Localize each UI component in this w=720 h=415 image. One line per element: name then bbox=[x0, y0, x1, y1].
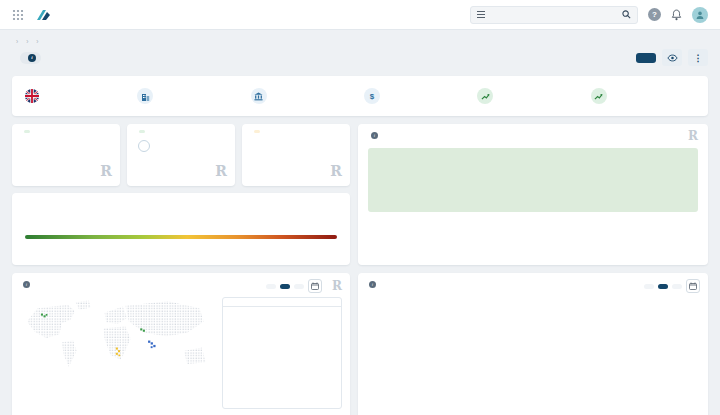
info-stock-price-today: $ bbox=[360, 88, 473, 104]
uk-flag-icon bbox=[24, 88, 40, 104]
bank-icon bbox=[251, 88, 267, 104]
peak-rri-card: R bbox=[242, 124, 350, 186]
company-id-badge[interactable]: i bbox=[20, 52, 41, 64]
kebab-icon: ⋮ bbox=[694, 53, 703, 63]
main-nav bbox=[79, 0, 133, 30]
reprisk-r-watermark-icon: R bbox=[688, 130, 698, 142]
bottom-row: i R bbox=[12, 273, 708, 415]
search-filter-icon[interactable] bbox=[477, 11, 485, 18]
notifications-bell-icon[interactable] bbox=[671, 9, 682, 21]
esg-gauges bbox=[20, 200, 342, 231]
reprisk-r-watermark-icon: R bbox=[100, 164, 112, 178]
reprisk-r-watermark-icon: R bbox=[330, 164, 342, 178]
info-icon: i bbox=[23, 281, 30, 288]
methodology-link[interactable]: i bbox=[20, 281, 30, 288]
reprisk-rating-card: i R bbox=[358, 124, 708, 265]
brand-logo[interactable] bbox=[36, 8, 55, 21]
escalate-company-button[interactable] bbox=[636, 53, 656, 63]
esg-risk-scale bbox=[20, 235, 342, 239]
issues-table bbox=[222, 297, 342, 409]
search-input[interactable] bbox=[490, 11, 617, 18]
app-launcher-icon[interactable] bbox=[12, 8, 26, 22]
reprisk-r-watermark-icon: R bbox=[332, 280, 342, 292]
top-navbar: ? bbox=[0, 0, 720, 30]
watch-eye-button[interactable] bbox=[662, 49, 682, 66]
gauge-arc bbox=[273, 200, 331, 229]
risk-badge bbox=[24, 130, 30, 133]
gauge-arc bbox=[39, 208, 81, 229]
gauge-environmental bbox=[20, 208, 101, 231]
calendar-button[interactable] bbox=[308, 279, 322, 293]
breadcrumb-separator: › bbox=[26, 38, 28, 45]
gauge-social bbox=[101, 208, 182, 231]
toggle-mm[interactable] bbox=[644, 284, 654, 289]
trend-up-icon bbox=[477, 88, 493, 104]
gauge-arc bbox=[200, 208, 242, 229]
breadcrumb-separator: › bbox=[36, 38, 38, 45]
map-continents bbox=[27, 300, 206, 366]
reprisk-logo-icon bbox=[36, 8, 51, 21]
incidents-by-country-card: i R bbox=[12, 273, 350, 415]
toggle-yy[interactable] bbox=[280, 284, 290, 289]
rri-change-card: R bbox=[127, 124, 235, 186]
eye-icon bbox=[667, 54, 678, 62]
toggle-ytd[interactable] bbox=[294, 284, 304, 289]
calendar-icon bbox=[311, 282, 319, 290]
help-icon[interactable]: ? bbox=[648, 8, 661, 21]
gauge-governance bbox=[181, 208, 262, 231]
current-grade-box bbox=[368, 148, 698, 212]
top5-rri-bar-chart bbox=[366, 299, 700, 407]
trend-up-icon bbox=[591, 88, 607, 104]
trend-flat-arrow-icon bbox=[138, 140, 150, 152]
world-incidents-map[interactable] bbox=[20, 297, 216, 409]
navbar-right: ? bbox=[470, 6, 708, 24]
company-info-strip: $ bbox=[12, 76, 708, 116]
current-rri-card: R bbox=[12, 124, 120, 186]
dollar-icon: $ bbox=[364, 88, 380, 104]
search-icon[interactable] bbox=[622, 10, 631, 19]
risk-badge bbox=[254, 130, 260, 133]
mid-left-column: R R bbox=[12, 124, 350, 265]
person-icon bbox=[695, 10, 705, 20]
building-icon bbox=[137, 88, 153, 104]
calendar-button[interactable] bbox=[686, 279, 700, 293]
rri-cards-row: R R bbox=[12, 124, 350, 186]
breadcrumb-separator: › bbox=[16, 38, 18, 45]
main-content: › › › i ⋮ bbox=[0, 38, 720, 415]
header-actions: ⋮ bbox=[636, 49, 708, 66]
risk-gradient-bar bbox=[25, 235, 337, 239]
user-avatar[interactable] bbox=[692, 7, 708, 23]
gauge-arc bbox=[120, 208, 162, 229]
global-search[interactable] bbox=[470, 6, 638, 24]
calendar-icon bbox=[689, 282, 697, 290]
methodology-link[interactable]: i bbox=[366, 281, 376, 288]
info-icon: i bbox=[371, 132, 378, 139]
info-employees bbox=[133, 88, 246, 104]
methodology-link[interactable]: i bbox=[368, 132, 378, 139]
esg-breakdown-card bbox=[12, 193, 350, 265]
reprisk-r-watermark-icon: R bbox=[215, 164, 227, 178]
info-icon: i bbox=[28, 54, 36, 62]
info-stock-listing bbox=[247, 88, 360, 104]
more-options-button[interactable]: ⋮ bbox=[688, 49, 708, 66]
info-stock-price-last-year bbox=[587, 88, 700, 104]
toggle-ytd[interactable] bbox=[672, 284, 682, 289]
breadcrumb: › › › bbox=[12, 38, 708, 45]
mid-row: R R bbox=[12, 124, 708, 265]
company-header: i ⋮ bbox=[12, 49, 708, 66]
top5-performers-card: i bbox=[358, 273, 708, 415]
toggle-yy[interactable] bbox=[658, 284, 668, 289]
info-stock-price-last-month bbox=[473, 88, 586, 104]
page: ? › › › i ⋮ bbox=[0, 0, 720, 415]
gauge-total-esg bbox=[262, 200, 343, 231]
info-hq-location bbox=[20, 88, 133, 104]
risk-badge bbox=[139, 130, 145, 133]
map-cluster-central-asia[interactable] bbox=[148, 341, 155, 349]
info-icon: i bbox=[369, 281, 376, 288]
toggle-mm[interactable] bbox=[266, 284, 276, 289]
